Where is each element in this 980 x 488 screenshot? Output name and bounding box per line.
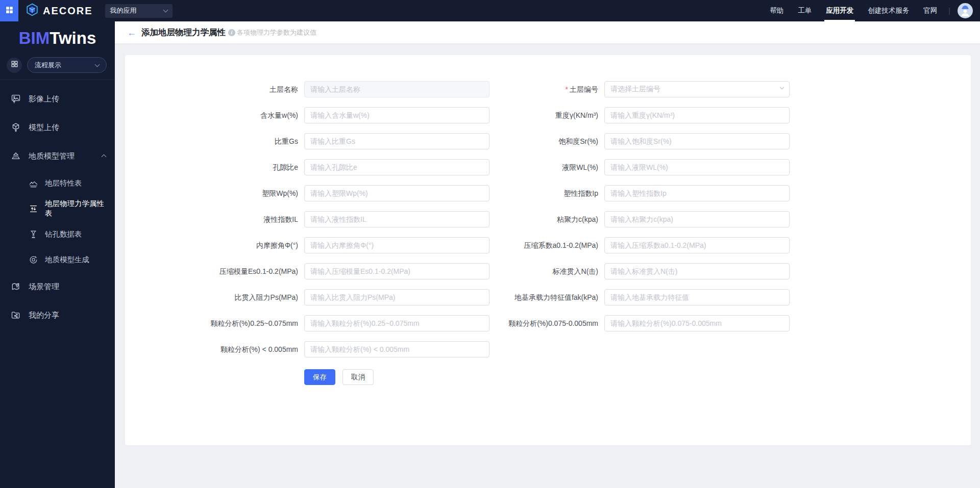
topbar-menu-item[interactable]: 官网 [916,0,944,21]
form-row: 塑限Wp(%)塑性指数Ip [125,185,971,201]
sidebar-item-label: 钻孔数据表 [45,229,82,239]
sidebar-item-label: 地层特性表 [45,178,82,188]
strata-table-icon [29,178,38,188]
sidebar-item[interactable]: 地层物理力学属性表 [0,196,115,221]
form-row: 孔隙比e液限WL(%) [125,159,971,175]
field-control [604,133,790,149]
sidebar-item[interactable]: 模型上传 [0,113,115,142]
field-control [304,133,489,149]
aecore-cube-icon [26,3,39,18]
form-row: 液性指数IL粘聚力c(kpa) [125,211,971,227]
field-control [304,81,489,97]
user-avatar[interactable] [958,3,973,18]
field-input[interactable] [604,159,790,175]
field-input[interactable] [304,107,489,123]
page-note: 各项物理力学参数为建议值 [237,28,316,37]
field-label-text: 孔隙比e [273,163,298,171]
field-label-text: 颗粒分析(%) < 0.005mm [220,345,298,353]
field-input[interactable] [304,341,489,357]
field-label-text: 含水量w(%) [260,111,298,119]
app-select-value: 我的应用 [110,6,137,15]
field-control [304,159,489,175]
field-label-text: 饱和度Sr(%) [558,137,598,145]
chevron-down-icon [163,8,168,13]
app-launcher-button[interactable] [0,0,18,21]
sidebar-item-label: 场景管理 [29,282,59,292]
field-input[interactable] [604,237,790,253]
field-input[interactable] [304,315,489,331]
field-input[interactable] [304,263,489,279]
field-input[interactable] [304,185,489,201]
field-input[interactable] [604,263,790,279]
topbar-right: 帮助工单应用开发创建技术服务官网 | [763,0,980,21]
chevron-down-icon [95,62,100,67]
sidebar-item[interactable]: 地质模型管理 [0,142,115,170]
sidebar-item-label: 地质模型管理 [29,151,75,161]
field-input[interactable] [604,315,790,331]
field-control [304,341,489,357]
chevron-up-icon [102,155,107,160]
model-generate-icon [29,255,38,265]
cancel-button[interactable]: 取消 [342,369,374,385]
field-control [304,237,489,253]
field-label: 重度γ(KN/m³) [489,107,598,123]
field-control: 请选择土层编号 [604,81,790,97]
brand-name: AECORE [43,5,93,17]
grid-outline-icon [11,60,18,70]
field-label: 内摩擦角Φ(°) [125,237,298,253]
field-label: 塑性指数Ip [489,185,598,201]
field-input[interactable] [604,289,790,305]
phys-props-table-icon [29,204,38,214]
form-row: 内摩擦角Φ(°)压缩系数a0.1-0.2(MPa) [125,237,971,253]
logo-twins-text: Twins [50,29,96,48]
field-label: 地基承载力特征值fak(kPa) [489,289,598,305]
sidebar-item-label: 地质模型生成 [45,255,89,265]
sidebar-item[interactable]: 场景管理 [0,272,115,301]
app-select[interactable]: 我的应用 [105,4,173,18]
flow-grid-button[interactable] [7,58,22,73]
field-control [604,185,790,201]
field-control [304,211,489,227]
field-input[interactable] [304,289,489,305]
field-label-text: 土层编号 [570,85,598,93]
field-input[interactable] [304,211,489,227]
back-arrow-button[interactable]: ← [127,28,136,37]
flow-row: 流程展示 [0,55,115,80]
topbar-menu-item[interactable]: 工单 [791,0,819,21]
field-label-text: 粘聚力c(kpa) [557,215,598,223]
field-label: *土层编号 [489,81,598,97]
field-label: 比贯入阻力Ps(MPa) [125,289,298,305]
field-input[interactable] [604,211,790,227]
sidebar-item[interactable]: 地层特性表 [0,170,115,196]
sidebar-menu: 影像上传模型上传地质模型管理地层特性表地层物理力学属性表钻孔数据表地质模型生成场… [0,80,115,329]
field-input[interactable] [304,159,489,175]
sidebar-item[interactable]: 影像上传 [0,85,115,113]
field-input[interactable] [604,107,790,123]
field-label-text: 压缩系数a0.1-0.2(MPa) [524,241,598,249]
select-placeholder: 请选择土层编号 [610,85,660,94]
form-row: 颗粒分析(%) < 0.005mm [125,341,971,357]
save-button[interactable]: 保存 [304,369,335,385]
field-input[interactable] [304,133,489,149]
field-label-text: 地基承载力特征值fak(kPa) [514,293,598,301]
sidebar-item[interactable]: 地质模型生成 [0,247,115,272]
topbar-menu-item[interactable]: 帮助 [763,0,791,21]
topbar-menu-item[interactable]: 应用开发 [819,0,861,21]
form-grid: 土层名称*土层编号请选择土层编号含水量w(%)重度γ(KN/m³)比重Gs饱和度… [125,55,971,357]
sidebar-item[interactable]: 我的分享 [0,301,115,329]
field-control [604,107,790,123]
sidebar-item[interactable]: 钻孔数据表 [0,221,115,247]
topbar-menu-item[interactable]: 创建技术服务 [861,0,916,21]
field-label: 压缩系数a0.1-0.2(MPa) [489,237,598,253]
soil-layer-code-select[interactable]: 请选择土层编号 [604,81,790,97]
field-input[interactable] [604,133,790,149]
field-control [604,315,790,331]
borehole-table-icon [29,229,38,239]
sidebar-item-label: 我的分享 [29,311,59,320]
field-input[interactable] [604,185,790,201]
field-input[interactable] [304,237,489,253]
field-input[interactable] [304,81,489,97]
flow-display-select[interactable]: 流程展示 [27,57,107,73]
field-label-text: 颗粒分析(%)0.25~0.075mm [210,319,298,327]
field-label: 标准贯入N(击) [489,263,598,279]
